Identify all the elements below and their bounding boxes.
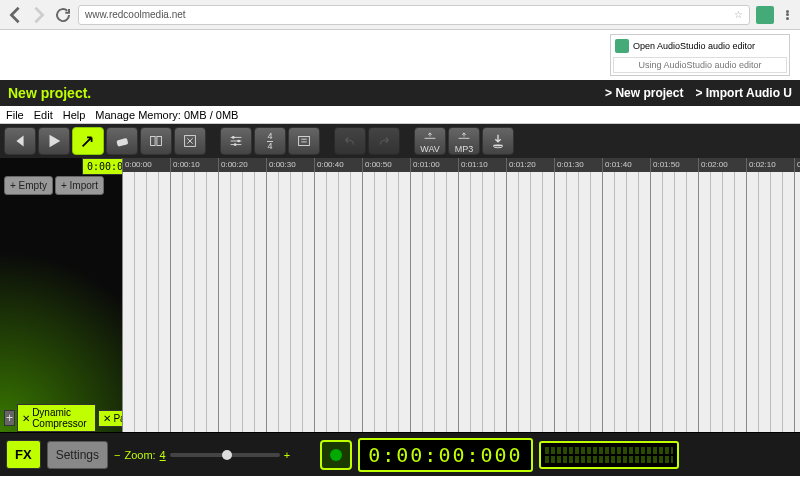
grid-line — [374, 172, 386, 432]
zoom-control: − Zoom: 4 + — [114, 449, 290, 461]
ruler-tick: 0:01:50 — [650, 158, 698, 172]
grid-line — [206, 172, 218, 432]
ruler-tick: 0:01:40 — [602, 158, 650, 172]
grid-line — [458, 172, 470, 432]
grid-line — [554, 172, 566, 432]
grid-line — [662, 172, 674, 432]
chrome-menu-icon[interactable] — [780, 8, 794, 22]
svg-point-5 — [237, 140, 240, 143]
grid-line — [278, 172, 290, 432]
forward-button[interactable] — [30, 6, 48, 24]
undo-button[interactable] — [334, 127, 366, 155]
timeline[interactable]: 0:00:000:00:100:00:200:00:300:00:400:00:… — [122, 158, 800, 432]
ruler-tick: 0:01:00 — [410, 158, 458, 172]
ruler-tick: 0:00:40 — [314, 158, 362, 172]
grid-line — [314, 172, 326, 432]
zoom-out-button[interactable]: − — [114, 449, 120, 461]
page-top-area: Open AudioStudio audio editor Using Audi… — [0, 30, 800, 80]
grid-line — [482, 172, 494, 432]
zoom-value: 4 — [160, 449, 166, 461]
import-track-button[interactable]: + Import — [55, 176, 104, 195]
browser-chrome-bar: www.redcoolmedia.net☆ — [0, 0, 800, 30]
grid-line — [734, 172, 746, 432]
pointer-tool-button[interactable] — [72, 127, 104, 155]
level-meter — [539, 441, 679, 469]
metronome-button[interactable] — [288, 127, 320, 155]
grid-line — [614, 172, 626, 432]
zoom-in-button[interactable]: + — [284, 449, 290, 461]
grid-line — [602, 172, 614, 432]
zoom-label: Zoom: — [124, 449, 155, 461]
grid-line — [326, 172, 338, 432]
grid-line — [398, 172, 410, 432]
back-button[interactable] — [6, 6, 24, 24]
play-button[interactable] — [38, 127, 70, 155]
toolbar: 44 WAV MP3 — [0, 124, 800, 158]
grid-line — [746, 172, 758, 432]
time-ruler[interactable]: 0:00:000:00:100:00:200:00:300:00:400:00:… — [122, 158, 800, 172]
transport-time: 0:00:00:000 — [358, 438, 532, 472]
menu-memory[interactable]: Manage Memory: 0MB / 0MB — [95, 109, 238, 121]
track-grid[interactable] — [122, 172, 800, 432]
mixer-button[interactable] — [220, 127, 252, 155]
redo-button[interactable] — [368, 127, 400, 155]
grid-line — [470, 172, 482, 432]
fx-panel-button[interactable]: FX — [6, 440, 41, 469]
grid-line — [530, 172, 542, 432]
grid-line — [782, 172, 794, 432]
url-bar[interactable]: www.redcoolmedia.net☆ — [78, 5, 750, 25]
grid-line — [710, 172, 722, 432]
grid-line — [446, 172, 458, 432]
star-icon[interactable]: ☆ — [734, 9, 743, 20]
menu-bar: File Edit Help Manage Memory: 0MB / 0MB — [0, 106, 800, 124]
menu-file[interactable]: File — [6, 109, 24, 121]
grid-line — [698, 172, 710, 432]
add-fx-button[interactable]: + — [4, 410, 15, 426]
ruler-tick: 0:00:00 — [122, 158, 170, 172]
grid-line — [290, 172, 302, 432]
grid-line — [146, 172, 158, 432]
popup-title[interactable]: Open AudioStudio audio editor — [633, 41, 755, 51]
export-wav-button[interactable]: WAV — [414, 127, 446, 155]
reload-button[interactable] — [54, 6, 72, 24]
download-button[interactable] — [482, 127, 514, 155]
rewind-button[interactable] — [4, 127, 36, 155]
extension-icon[interactable] — [756, 6, 774, 24]
grid-line — [494, 172, 506, 432]
ruler-tick: 0:02:00 — [698, 158, 746, 172]
export-mp3-button[interactable]: MP3 — [448, 127, 480, 155]
ruler-tick: 0:00:20 — [218, 158, 266, 172]
fx-chip-compressor[interactable]: ✕ Dynamic Compressor — [17, 404, 96, 432]
grid-line — [362, 172, 374, 432]
grid-line — [758, 172, 770, 432]
ruler-tick: 0:00:50 — [362, 158, 410, 172]
grid-line — [182, 172, 194, 432]
grid-line — [230, 172, 242, 432]
zoom-slider-thumb[interactable] — [222, 450, 232, 460]
record-button[interactable] — [320, 440, 352, 470]
main-workspace: 0:00:00:000 + Empty + Import + ✕ Dynamic… — [0, 158, 800, 432]
split-button[interactable] — [140, 127, 172, 155]
menu-help[interactable]: Help — [63, 109, 86, 121]
url-text: www.redcoolmedia.net — [85, 9, 186, 20]
grid-line — [770, 172, 782, 432]
eraser-button[interactable] — [106, 127, 138, 155]
delete-button[interactable] — [174, 127, 206, 155]
time-signature-button[interactable]: 44 — [254, 127, 286, 155]
menu-edit[interactable]: Edit — [34, 109, 53, 121]
grid-line — [194, 172, 206, 432]
zoom-slider[interactable] — [170, 453, 280, 457]
new-project-link[interactable]: > New project — [605, 86, 683, 100]
grid-line — [638, 172, 650, 432]
popup-app-icon — [615, 39, 629, 53]
grid-line — [674, 172, 686, 432]
ruler-tick: 0:01:30 — [554, 158, 602, 172]
ruler-tick: 0:02:20 — [794, 158, 800, 172]
svg-point-4 — [232, 136, 235, 139]
add-empty-track-button[interactable]: + Empty — [4, 176, 53, 195]
import-audio-link[interactable]: > Import Audio U — [695, 86, 792, 100]
settings-button[interactable]: Settings — [47, 441, 108, 469]
ruler-tick: 0:00:10 — [170, 158, 218, 172]
grid-line — [794, 172, 800, 432]
grid-line — [254, 172, 266, 432]
